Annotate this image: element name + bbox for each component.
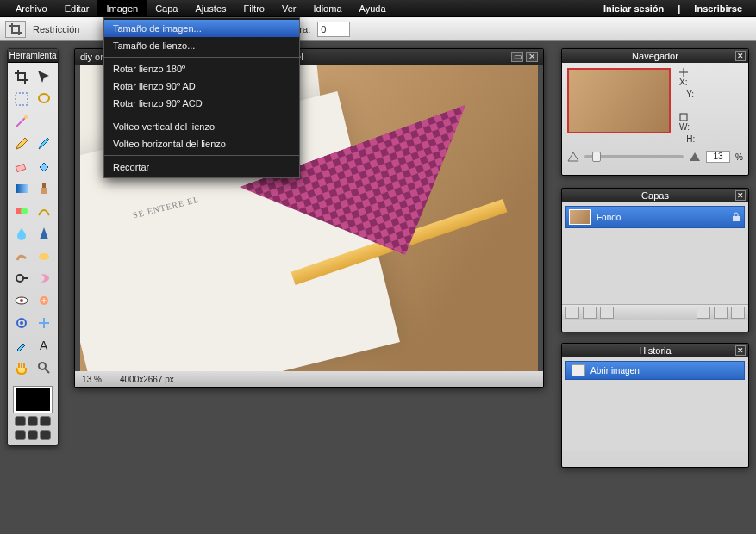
menu-ajustes[interactable]: Ajustes: [186, 0, 234, 17]
svg-rect-18: [680, 114, 687, 121]
swatch-mini[interactable]: [15, 430, 26, 440]
dd-volteo-horizontal[interactable]: Volteo horizontal del lienzo: [104, 135, 299, 152]
close-icon[interactable]: ✕: [735, 345, 746, 356]
zoom-out-icon[interactable]: [567, 152, 579, 162]
swatch-mini[interactable]: [15, 416, 26, 426]
foreground-color-swatch[interactable]: [14, 387, 52, 413]
close-icon[interactable]: ✕: [735, 51, 746, 61]
layer-row[interactable]: Fondo: [565, 206, 745, 228]
menu-editar[interactable]: Editar: [56, 0, 98, 17]
menu-filtro[interactable]: Filtro: [235, 0, 273, 17]
dd-tamano-lienzo[interactable]: Tamaño de lienzo...: [104, 37, 299, 54]
dd-rotar-90ad[interactable]: Rotar lienzo 90º AD: [104, 78, 299, 95]
crop-tool-icon[interactable]: [11, 66, 32, 87]
gradient-tool-icon[interactable]: [11, 178, 32, 199]
signup-link[interactable]: Inscribirse: [687, 3, 749, 14]
menu-ayuda[interactable]: Ayuda: [351, 0, 395, 17]
dd-recortar[interactable]: Recortar: [104, 158, 299, 176]
layers-title: Capas ✕: [562, 189, 748, 202]
menu-imagen[interactable]: Imagen: [97, 0, 147, 17]
move-tool-icon[interactable]: [34, 66, 54, 87]
navigator-zoom-unit: %: [735, 152, 743, 162]
zoom-value[interactable]: 13 %: [75, 375, 109, 384]
eyedropper-tool-icon[interactable]: [11, 335, 32, 356]
menubar: Archivo Editar Imagen Capa Ajustes Filtr…: [0, 0, 756, 17]
sharpen-tool-icon[interactable]: [34, 223, 54, 244]
svg-rect-0: [16, 93, 28, 105]
navigator-panel: Navegador ✕ X: Y: W: H: 13 %: [561, 48, 749, 176]
history-row[interactable]: Abrir imagen: [565, 361, 745, 380]
svg-point-9: [39, 253, 49, 260]
new-layer-icon[interactable]: [697, 307, 710, 319]
wand-tool-icon[interactable]: [11, 111, 32, 132]
spot-heal-tool-icon[interactable]: [34, 290, 54, 311]
layers-footer: [562, 304, 748, 320]
empty-tool: [34, 111, 54, 132]
dd-rotar-180[interactable]: Rotar lienzo 180º: [104, 60, 299, 78]
dd-sep: [104, 57, 299, 58]
bloat-tool-icon[interactable]: [11, 313, 32, 333]
menu-capa[interactable]: Capa: [147, 0, 186, 17]
layers-menu-icon[interactable]: [731, 307, 745, 319]
layer-style-icon[interactable]: [600, 307, 614, 319]
svg-point-2: [24, 115, 28, 119]
swatch-mini[interactable]: [28, 416, 39, 426]
dd-sep: [104, 155, 299, 156]
bucket-tool-icon[interactable]: [34, 156, 54, 177]
dd-volteo-vertical[interactable]: Volteo vertical del lienzo: [104, 118, 299, 135]
layer-thumbnail: [569, 209, 591, 225]
burn-tool-icon[interactable]: [34, 268, 54, 289]
pinch-tool-icon[interactable]: [34, 313, 54, 333]
menu-separator: |: [671, 3, 687, 14]
color-swatches[interactable]: [8, 382, 58, 445]
layer-mask-icon[interactable]: [583, 307, 597, 319]
svg-rect-6: [42, 183, 46, 188]
minimize-icon[interactable]: ▭: [511, 52, 523, 62]
login-link[interactable]: Iniciar sesión: [597, 3, 671, 14]
hand-tool-icon[interactable]: [11, 357, 32, 378]
brush-tool-icon[interactable]: [34, 134, 54, 154]
zoom-slider[interactable]: [584, 155, 684, 158]
layers-panel: Capas ✕ Fondo: [561, 188, 749, 332]
imagen-dropdown: Tamaño de imagen... Tamaño de lienzo... …: [103, 17, 300, 178]
history-title: Historia ✕: [562, 344, 748, 357]
dd-rotar-90acd[interactable]: Rotar lienzo 90º ACD: [104, 95, 299, 112]
delete-layer-icon[interactable]: [714, 307, 728, 319]
zoom-tool-icon[interactable]: [34, 357, 54, 378]
type-tool-icon[interactable]: A: [34, 335, 54, 356]
navigator-title: Navegador ✕: [562, 49, 748, 63]
eraser-tool-icon[interactable]: [11, 156, 32, 177]
navigator-thumbnail[interactable]: [567, 68, 671, 134]
swatch-mini[interactable]: [28, 430, 39, 440]
svg-text:A: A: [40, 338, 48, 352]
marquee-tool-icon[interactable]: [11, 89, 32, 109]
sponge-tool-icon[interactable]: [34, 245, 54, 266]
close-icon[interactable]: ✕: [526, 52, 538, 62]
crosshair-icon: [679, 68, 688, 77]
navigator-zoom-input[interactable]: 13: [706, 151, 730, 163]
menu-idioma[interactable]: Idioma: [304, 0, 350, 17]
layer-name: Fondo: [597, 213, 726, 222]
redeye-tool-icon[interactable]: [11, 290, 32, 311]
history-panel: Historia ✕ Abrir imagen: [561, 343, 749, 468]
menu-ver[interactable]: Ver: [273, 0, 305, 17]
dodge-tool-icon[interactable]: [11, 268, 32, 289]
menu-archivo[interactable]: Archivo: [7, 0, 56, 17]
svg-point-12: [20, 299, 23, 302]
swatch-mini[interactable]: [40, 430, 51, 440]
swatch-mini[interactable]: [40, 416, 51, 426]
layer-settings-icon[interactable]: [565, 307, 579, 319]
zoom-in-icon[interactable]: [689, 152, 701, 162]
pencil-tool-icon[interactable]: [11, 134, 32, 154]
lasso-tool-icon[interactable]: [34, 89, 54, 109]
history-label: Abrir imagen: [590, 366, 640, 376]
altura-input[interactable]: 0: [317, 22, 350, 37]
smudge-tool-icon[interactable]: [11, 245, 32, 266]
close-icon[interactable]: ✕: [735, 190, 746, 201]
draw-tool-icon[interactable]: [34, 201, 54, 221]
replace-color-tool-icon[interactable]: [11, 201, 32, 221]
blur-tool-icon[interactable]: [11, 223, 32, 244]
dd-tamano-imagen[interactable]: Tamaño de imagen...: [104, 20, 299, 37]
crop-option-icon[interactable]: [5, 21, 26, 38]
clone-tool-icon[interactable]: [34, 178, 54, 199]
